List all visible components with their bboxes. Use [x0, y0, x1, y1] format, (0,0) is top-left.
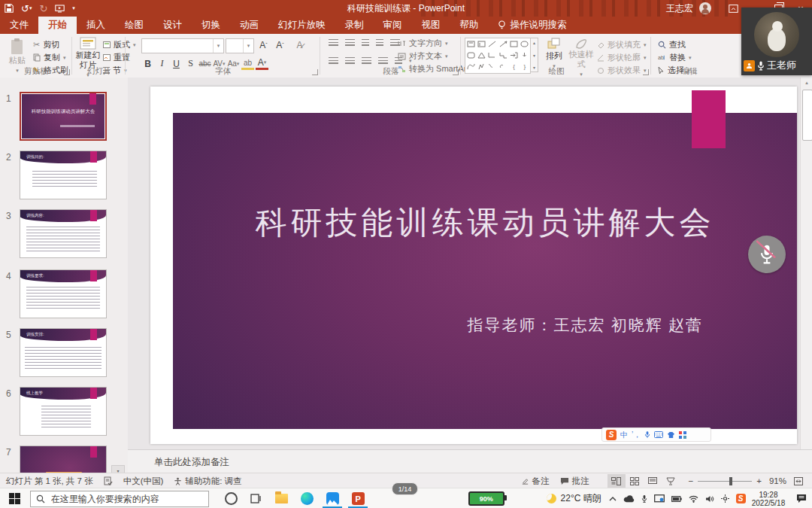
weather-text[interactable]: 22°C 晴朗 — [561, 492, 601, 505]
comments-toggle-button[interactable]: 批注 — [560, 476, 589, 487]
view-slide-sorter-button[interactable] — [626, 474, 644, 488]
meeting-app-icon[interactable] — [320, 488, 345, 508]
text-direction-button[interactable]: 文字方向▾ — [398, 38, 448, 49]
tab-animations[interactable]: 动画 — [230, 17, 268, 34]
save-icon[interactable] — [5, 0, 14, 17]
zoom-slider-thumb[interactable] — [729, 477, 732, 485]
ime-toolbox-icon[interactable] — [679, 431, 686, 439]
speaker-icon[interactable] — [705, 495, 714, 503]
zoom-out-button[interactable]: − — [689, 476, 694, 485]
tab-help[interactable]: 帮助 — [450, 17, 489, 34]
slide-canvas[interactable]: 科研技能训练课动员讲解大会 指导老师：王志宏 初晓辉 赵蕾 S 中 ’， — [150, 87, 797, 444]
font-name-combo[interactable]: ▾ — [141, 38, 224, 53]
touch-feedback-icon[interactable] — [721, 494, 729, 503]
notes-pane[interactable]: 单击此处添加备注 — [128, 449, 812, 473]
slide-accent-rectangle[interactable] — [692, 90, 726, 148]
copy-button[interactable]: 复制▾ — [33, 52, 66, 63]
sogou-tray-icon[interactable]: S — [736, 494, 746, 503]
view-normal-button[interactable] — [607, 474, 626, 488]
align-text-button[interactable]: 对齐文本▾ — [398, 50, 448, 62]
scrollbar-thumb[interactable] — [802, 90, 812, 141]
justify-icon[interactable] — [378, 57, 388, 65]
slide-title-text[interactable]: 科研技能训练课动员讲解大会 — [173, 202, 797, 244]
align-center-icon[interactable] — [345, 57, 355, 65]
taskbar-search-box[interactable] — [30, 491, 210, 507]
mute-mic-button[interactable] — [748, 236, 786, 273]
clear-formatting-button[interactable]: A̷ — [293, 38, 306, 52]
start-slideshow-icon[interactable] — [55, 0, 65, 17]
sogou-logo-icon[interactable]: S — [606, 430, 617, 440]
tab-file[interactable]: 文件 — [0, 17, 38, 34]
find-button[interactable]: 查找 — [658, 39, 686, 50]
language-indicator[interactable]: 中文(中国) — [123, 476, 164, 487]
fit-slide-button[interactable] — [789, 474, 807, 488]
cut-button[interactable]: ✂ 剪切 — [33, 39, 59, 50]
font-size-combo[interactable]: ▾ — [226, 38, 254, 53]
align-right-icon[interactable] — [362, 57, 371, 65]
powerpoint-taskbar-icon[interactable]: P — [345, 488, 371, 508]
tab-insert[interactable]: 插入 — [77, 17, 115, 34]
undo-icon[interactable]: ↺▾ — [21, 0, 32, 17]
tab-view[interactable]: 视图 — [412, 17, 450, 34]
scroll-up-arrow[interactable]: ▴ — [801, 78, 812, 88]
ime-mic-icon[interactable] — [644, 430, 650, 439]
ime-mode-chinese[interactable]: 中 — [620, 430, 628, 440]
slide-subtitle-text[interactable]: 指导老师：王志宏 初晓辉 赵蕾 — [468, 315, 704, 336]
tray-battery-icon[interactable] — [671, 496, 682, 502]
tab-review[interactable]: 审阅 — [374, 17, 412, 34]
account-name[interactable]: 王志宏 — [666, 2, 693, 15]
presenter-webcam-overlay[interactable]: 王老师 — [741, 8, 812, 75]
task-view-button[interactable] — [244, 488, 269, 508]
accessibility-status[interactable]: 辅助功能: 调查 — [174, 476, 241, 487]
font-dialog-launcher[interactable] — [312, 69, 318, 75]
moon-weather-icon[interactable] — [547, 494, 556, 503]
ime-toolbar[interactable]: S 中 ’， — [601, 427, 711, 442]
account-avatar[interactable] — [699, 2, 711, 14]
tab-transitions[interactable]: 切换 — [192, 17, 230, 34]
file-explorer-icon[interactable] — [269, 488, 295, 508]
tab-slideshow[interactable]: 幻灯片放映 — [268, 17, 335, 34]
tray-mic-icon[interactable] — [641, 494, 647, 503]
bullets-icon[interactable] — [329, 39, 338, 47]
zoom-percentage[interactable]: 91% — [769, 476, 786, 485]
slide-editing-area[interactable]: ⌃ 科研技能训练课动员讲解大会 指导老师：王志宏 初晓辉 赵蕾 S 中 ’， — [128, 78, 812, 449]
shrink-font-button[interactable]: Aˇ — [274, 38, 286, 52]
ime-punctuation-icon[interactable]: ’， — [632, 430, 641, 440]
cortana-button[interactable] — [218, 488, 244, 508]
tell-me-search[interactable]: 操作说明搜索 — [489, 17, 576, 34]
customize-qat-icon[interactable]: ▾ — [72, 0, 75, 17]
ime-skin-icon[interactable] — [667, 431, 675, 439]
tab-home[interactable]: 开始 — [38, 17, 77, 34]
notes-placeholder[interactable]: 单击此处添加备注 — [154, 456, 229, 469]
edge-browser-icon[interactable] — [295, 488, 320, 508]
proofing-icon[interactable] — [104, 476, 113, 485]
vertical-scrollbar[interactable]: ▴ — [800, 78, 812, 449]
search-input[interactable] — [50, 493, 195, 505]
tab-record[interactable]: 录制 — [335, 17, 374, 34]
notes-toggle-button[interactable]: 备注 — [521, 476, 550, 487]
wifi-icon[interactable] — [689, 495, 698, 503]
ime-keyboard-icon[interactable] — [654, 431, 663, 438]
align-left-icon[interactable] — [329, 57, 338, 65]
replace-button[interactable]: ab 替换▾ — [658, 52, 692, 63]
view-reading-button[interactable] — [644, 474, 662, 488]
numbering-icon[interactable] — [345, 39, 355, 47]
clock[interactable]: 19:28 2022/5/18 — [752, 491, 786, 507]
grow-font-button[interactable]: Aˆ — [257, 38, 270, 52]
tray-expand-icon[interactable] — [609, 497, 617, 501]
increase-indent-icon[interactable] — [376, 39, 383, 47]
zoom-slider[interactable] — [698, 481, 752, 482]
decrease-indent-icon[interactable] — [362, 39, 369, 47]
cast-screen-icon[interactable] — [654, 494, 665, 503]
action-center-icon[interactable] — [791, 488, 812, 508]
zoom-in-button[interactable]: + — [756, 476, 762, 485]
clipboard-dialog-launcher[interactable] — [64, 69, 70, 75]
paragraph-dialog-launcher[interactable] — [453, 69, 459, 75]
cloud-icon[interactable] — [623, 495, 635, 503]
tab-draw[interactable]: 绘图 — [115, 17, 153, 34]
tab-design[interactable]: 设计 — [153, 17, 192, 34]
view-slideshow-button[interactable] — [662, 474, 680, 488]
drawing-dialog-launcher[interactable] — [643, 69, 649, 75]
start-button[interactable] — [0, 488, 30, 508]
thumbnail-panel-collapse-button[interactable]: ▾ — [111, 465, 125, 473]
